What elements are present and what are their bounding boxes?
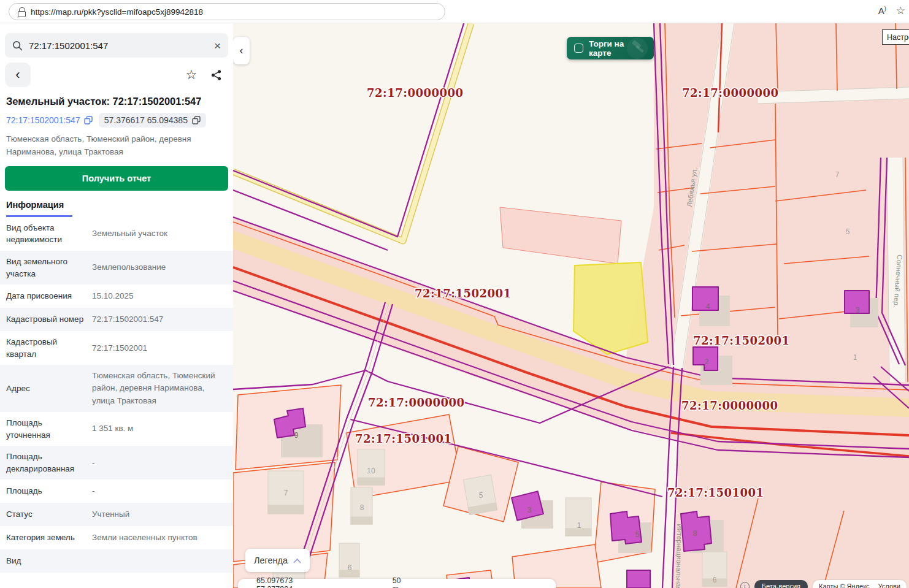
info-icon[interactable]: i (740, 582, 750, 588)
star-icon: ☆ (186, 67, 198, 82)
parcel-block-right[interactable] (626, 23, 909, 386)
map-copyright: Карты © Яндекс (819, 582, 870, 588)
auctions-toggle-button[interactable]: Торги на карте (567, 37, 654, 59)
map-area[interactable]: 7 5 1 4 3 2 9 7 10 8 5 1 3 5 8 6 6 Лебяж… (233, 23, 909, 588)
svg-text:5: 5 (479, 491, 483, 500)
svg-text:10: 10 (367, 467, 375, 475)
copy-icon[interactable] (192, 116, 201, 124)
tab-information[interactable]: Информация (6, 200, 72, 217)
checkbox-icon[interactable] (574, 44, 583, 53)
svg-text:72:17:1501001: 72:17:1501001 (667, 486, 764, 499)
coordinates-chip[interactable]: 57.376617 65.094385 (99, 113, 206, 128)
map-attribution: i Бета-версия Карты © Яндекс Услови (740, 580, 907, 588)
info-table: Вид объекта недвижимостиЗемельный участо… (0, 217, 233, 573)
svg-text:5: 5 (846, 227, 850, 236)
svg-text:8: 8 (360, 503, 364, 512)
svg-text:8: 8 (693, 529, 697, 538)
legend-button[interactable]: Легенда (245, 549, 310, 572)
svg-text:72:17:1502001: 72:17:1502001 (693, 334, 790, 347)
table-row: Вид объекта недвижимостиЗемельный участо… (0, 217, 233, 251)
table-row: Вид земельного участкаЗемлепользование (0, 251, 233, 284)
table-row: Кадастровый номер72:17:1502001:547 (0, 308, 233, 331)
terms-link[interactable]: Услови (878, 582, 900, 588)
share-button[interactable] (204, 63, 228, 87)
cadastral-number-link[interactable]: 72:17:1502001:547 (6, 115, 93, 125)
chevron-up-icon (293, 558, 301, 563)
table-row: Вид (0, 549, 233, 573)
cadastral-map-canvas[interactable]: 7 5 1 4 3 2 9 7 10 8 5 1 3 5 8 6 6 Лебяж… (233, 23, 909, 588)
svg-text:7: 7 (835, 170, 840, 179)
table-row: Дата присвоения15.10.2025 (0, 284, 233, 308)
settings-tooltip: Настро (882, 29, 909, 45)
table-row: Категория земельЗемли населенных пунктов (0, 526, 233, 549)
scale-label: 50 m (393, 576, 409, 588)
browser-favorite-icon[interactable]: ☆ (896, 4, 905, 17)
get-report-button[interactable]: Получить отчет (5, 166, 228, 191)
table-row: Площадь уточненная1 351 кв. м (0, 412, 233, 446)
page-url: https://map.ru/pkk?ysclid=mifoapc5xj8994… (31, 7, 203, 17)
svg-text:3: 3 (856, 306, 860, 315)
copy-icon[interactable] (84, 116, 93, 124)
svg-text:6: 6 (348, 563, 352, 572)
read-aloud-icon[interactable]: A) (878, 6, 886, 16)
svg-text:7: 7 (284, 489, 288, 497)
table-row: СтатусУчтенный (0, 503, 233, 526)
svg-text:4: 4 (706, 302, 710, 311)
svg-text:72:17:1501001: 72:17:1501001 (355, 432, 452, 445)
share-icon (210, 69, 222, 81)
svg-text:72:17:0000000: 72:17:0000000 (682, 86, 779, 99)
svg-text:1: 1 (853, 353, 857, 362)
svg-text:Интернациональная ул.: Интернациональная ул. (675, 524, 683, 588)
cursor-coordinates: 65.097673 57.377904 (256, 576, 329, 588)
table-row: Площадь- (0, 479, 233, 503)
svg-text:72:17:0000000: 72:17:0000000 (367, 86, 464, 99)
svg-text:72:17:0000000: 72:17:0000000 (681, 399, 778, 412)
map-statusbar: 65.097673 57.377904 50 m (238, 579, 556, 588)
svg-text:1: 1 (577, 521, 581, 530)
svg-text:72:17:0000000: 72:17:0000000 (368, 396, 465, 409)
address-bar[interactable]: https://map.ru/pkk?ysclid=mifoapc5xj8994… (9, 3, 445, 20)
svg-text:5: 5 (635, 530, 640, 539)
search-input[interactable] (29, 40, 208, 51)
browser-toolbar: https://map.ru/pkk?ysclid=mifoapc5xj8994… (0, 0, 909, 23)
table-row: Площадь декларированная- (0, 446, 233, 479)
clear-search-icon[interactable]: × (214, 40, 221, 52)
favorite-button[interactable]: ☆ (179, 63, 204, 87)
svg-text:72:17:1502001: 72:17:1502001 (415, 287, 512, 300)
table-row: АдресТюменская область, Тюменский район,… (0, 365, 233, 412)
info-sidebar: × ‹ ☆ Земельный участок: 72:17:1502001:5… (0, 23, 233, 588)
svg-text:3: 3 (527, 506, 532, 514)
beta-badge: Бета-версия (754, 580, 808, 588)
back-button[interactable]: ‹ (5, 63, 31, 87)
svg-text:2: 2 (705, 357, 709, 366)
gavel-icon (623, 37, 651, 59)
svg-text:6: 6 (713, 576, 717, 584)
parcel-title: Земельный участок: 72:17:1502001:547 (6, 96, 227, 107)
table-row: Кадастровый квартал72:17:1502001 (0, 331, 233, 365)
parcel-address: Тюменская область, Тюменский район, дере… (6, 133, 227, 159)
svg-text:9: 9 (294, 431, 299, 440)
sidebar-collapse-button[interactable]: ‹ (233, 37, 250, 64)
search-icon (12, 40, 23, 51)
lock-icon[interactable] (18, 7, 25, 16)
search-bar[interactable]: × (5, 33, 228, 58)
